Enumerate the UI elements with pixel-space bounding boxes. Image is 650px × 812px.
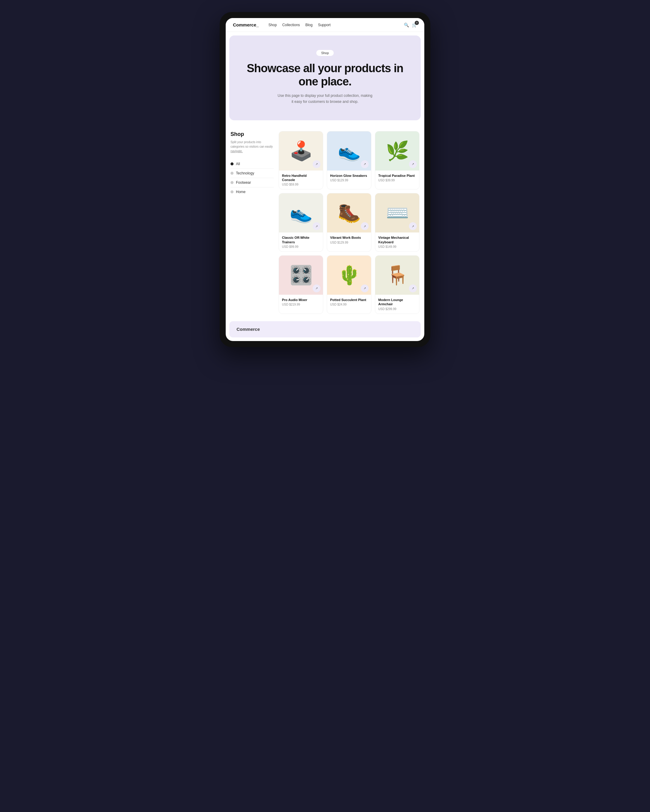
product-card[interactable]: 🪑 ↗ Modern Lounge Armchair USD $299.99 [375, 255, 419, 314]
product-price: USD $59.99 [282, 183, 320, 186]
product-info: Retro Handheld Console USD $59.99 [279, 171, 323, 189]
category-dot-home [231, 190, 234, 193]
product-info: Vibrant Work Boots USD $129.99 [327, 232, 371, 247]
product-name: Classic Off-White Trainers [282, 235, 320, 244]
product-card[interactable]: ⌨️ ↗ Vintage Mechanical Keyboard USD $14… [375, 193, 419, 252]
product-image-wrap: 👟 ↗ [327, 131, 371, 171]
cart-badge: 0 [414, 21, 419, 25]
hero-title: Showcase all your products in one place. [237, 62, 413, 88]
nav-link-support[interactable]: Support [318, 23, 331, 27]
product-image-emoji: 🥾 [338, 204, 361, 222]
sidebar-item-footwear[interactable]: Footwear [231, 178, 274, 187]
footer-logo: Commerce [237, 327, 260, 332]
product-image-emoji: 🕹️ [289, 142, 313, 160]
product-card[interactable]: 🕹️ ↗ Retro Handheld Console USD $59.99 [279, 131, 323, 190]
nav-link-collections[interactable]: Collections [282, 23, 300, 27]
product-image-wrap: 🥾 ↗ [327, 193, 371, 232]
product-image-wrap: 👟 ↗ [279, 193, 323, 232]
product-info: Vintage Mechanical Keyboard USD $149.99 [375, 232, 419, 252]
product-arrow-button[interactable]: ↗ [409, 284, 417, 292]
product-arrow-button[interactable]: ↗ [313, 222, 321, 230]
product-image-emoji: 🌿 [386, 142, 409, 160]
navigate-link[interactable]: navigate. [231, 150, 243, 153]
product-name: Vintage Mechanical Keyboard [378, 235, 416, 244]
nav-logo[interactable]: Commerce_ [233, 22, 259, 27]
product-image-wrap: 🌿 ↗ [375, 131, 419, 171]
product-image-emoji: 👟 [338, 142, 361, 160]
product-arrow-button[interactable]: ↗ [361, 222, 369, 230]
product-info: Horizon Glow Sneakers USD $129.99 [327, 171, 371, 185]
product-info: Tropical Paradise Plant USD $39.99 [375, 171, 419, 185]
product-card[interactable]: 👟 ↗ Classic Off-White Trainers USD $99.9… [279, 193, 323, 252]
product-image-emoji: ⌨️ [386, 204, 409, 222]
product-card[interactable]: 👟 ↗ Horizon Glow Sneakers USD $129.99 [327, 131, 371, 190]
category-dot-footwear [231, 181, 234, 184]
product-arrow-button[interactable]: ↗ [409, 222, 417, 230]
product-arrow-button[interactable]: ↗ [361, 284, 369, 292]
product-name: Vibrant Work Boots [330, 235, 368, 240]
product-price: USD $99.99 [282, 245, 320, 249]
product-image-wrap: 🌵 ↗ [327, 256, 371, 295]
product-info: Modern Lounge Armchair USD $299.99 [375, 295, 419, 314]
hero-subtitle: Use this page to display your full produ… [277, 93, 373, 104]
main-content: Shop Split your products into categories… [226, 124, 424, 321]
product-arrow-button[interactable]: ↗ [313, 284, 321, 292]
product-image-wrap: 🪑 ↗ [375, 256, 419, 295]
product-card[interactable]: 🌵 ↗ Potted Succulent Plant USD $24.99 [327, 255, 371, 314]
product-name: Potted Succulent Plant [330, 298, 368, 302]
product-price: USD $219.99 [282, 303, 320, 306]
product-image-wrap: ⌨️ ↗ [375, 193, 419, 232]
product-name: Horizon Glow Sneakers [330, 174, 368, 178]
category-label-all: All [236, 162, 240, 166]
product-image-wrap: 🎛️ ↗ [279, 256, 323, 295]
nav-links: Shop Collections Blog Support [268, 23, 397, 27]
product-arrow-button[interactable]: ↗ [361, 160, 369, 168]
product-price: USD $129.99 [330, 179, 368, 182]
cart-icon[interactable]: 🛒 0 [412, 23, 417, 27]
product-image-emoji: 🎛️ [289, 266, 313, 284]
sidebar-title: Shop [231, 131, 274, 137]
device-frame: Commerce_ Shop Collections Blog Support … [220, 12, 430, 347]
nav-link-shop[interactable]: Shop [268, 23, 277, 27]
product-name: Tropical Paradise Plant [378, 174, 416, 178]
hero-pill: Shop [316, 50, 334, 56]
sidebar-item-technology[interactable]: Technology [231, 169, 274, 178]
category-label-home: Home [236, 190, 246, 194]
product-card[interactable]: 🎛️ ↗ Pro Audio Mixer USD $219.99 [279, 255, 323, 314]
hero-section: Shop Showcase all your products in one p… [229, 35, 421, 120]
sidebar-item-home[interactable]: Home [231, 187, 274, 196]
device-screen: Commerce_ Shop Collections Blog Support … [226, 18, 424, 341]
product-price: USD $39.99 [378, 179, 416, 182]
nav-link-blog[interactable]: Blog [306, 23, 313, 27]
search-icon[interactable]: 🔍 [404, 23, 409, 27]
sidebar-description: Split your products into categories so v… [231, 140, 274, 153]
product-card[interactable]: 🥾 ↗ Vibrant Work Boots USD $129.99 [327, 193, 371, 252]
category-list: All Technology Footwear Home [231, 159, 274, 196]
category-dot-all [231, 162, 234, 165]
nav-icons: 🔍 🛒 0 [404, 23, 417, 27]
footer: Commerce [229, 321, 421, 337]
product-card[interactable]: 🌿 ↗ Tropical Paradise Plant USD $39.99 [375, 131, 419, 190]
category-label-footwear: Footwear [236, 180, 251, 185]
product-price: USD $149.99 [378, 245, 416, 249]
product-name: Modern Lounge Armchair [378, 298, 416, 307]
product-arrow-button[interactable]: ↗ [409, 160, 417, 168]
navbar: Commerce_ Shop Collections Blog Support … [226, 18, 424, 32]
product-info: Potted Succulent Plant USD $24.99 [327, 295, 371, 309]
sidebar: Shop Split your products into categories… [231, 131, 279, 314]
product-image-emoji: 🌵 [338, 266, 361, 284]
product-price: USD $129.99 [330, 241, 368, 244]
products-area: 🕹️ ↗ Retro Handheld Console USD $59.99 👟… [279, 131, 419, 314]
product-name: Pro Audio Mixer [282, 298, 320, 302]
products-grid: 🕹️ ↗ Retro Handheld Console USD $59.99 👟… [279, 131, 419, 314]
category-dot-technology [231, 172, 234, 175]
product-image-emoji: 🪑 [386, 266, 409, 284]
product-price: USD $24.99 [330, 303, 368, 306]
product-price: USD $299.99 [378, 307, 416, 311]
product-info: Classic Off-White Trainers USD $99.99 [279, 232, 323, 252]
product-arrow-button[interactable]: ↗ [313, 160, 321, 168]
product-info: Pro Audio Mixer USD $219.99 [279, 295, 323, 309]
product-name: Retro Handheld Console [282, 174, 320, 182]
sidebar-item-all[interactable]: All [231, 159, 274, 169]
product-image-emoji: 👟 [289, 204, 313, 222]
